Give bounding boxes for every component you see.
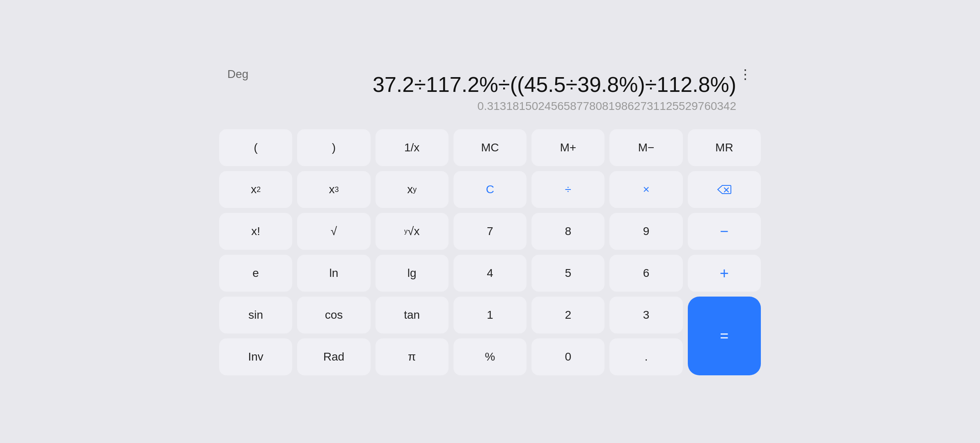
sin-button[interactable]: sin: [219, 297, 292, 333]
open-paren-button[interactable]: (: [219, 129, 292, 166]
cos-button[interactable]: cos: [297, 297, 370, 333]
subtract-button[interactable]: −: [688, 213, 761, 250]
six-button[interactable]: 6: [609, 255, 682, 292]
rad-button[interactable]: Rad: [297, 338, 370, 375]
seven-button[interactable]: 7: [453, 213, 527, 250]
factorial-button[interactable]: x!: [219, 213, 292, 250]
equals-button[interactable]: =: [688, 297, 761, 375]
lg-button[interactable]: lg: [376, 255, 449, 292]
three-button[interactable]: 3: [609, 297, 682, 333]
multiply-button[interactable]: ×: [609, 171, 682, 208]
x-power-y-button[interactable]: xy: [376, 171, 449, 208]
expression-display: 37.2÷117.2%÷((45.5÷39.8%)÷112.8%): [227, 72, 753, 97]
buttons-grid: ( ) 1/x MC M+ M− MR x2 x3 xy C ÷ × x! √ …: [219, 129, 761, 375]
sqrt-button[interactable]: √: [297, 213, 370, 250]
result-display: 0.31318150245658778081986273112552976034…: [227, 100, 753, 113]
mode-label: Deg: [227, 68, 248, 81]
x-cubed-button[interactable]: x3: [297, 171, 370, 208]
display-area: Deg ⋮ 37.2÷117.2%÷((45.5÷39.8%)÷112.8%) …: [219, 64, 761, 121]
reciprocal-button[interactable]: 1/x: [376, 129, 449, 166]
decimal-button[interactable]: .: [609, 338, 682, 375]
ln-button[interactable]: ln: [297, 255, 370, 292]
divide-button[interactable]: ÷: [531, 171, 604, 208]
pi-button[interactable]: π: [376, 338, 449, 375]
mminus-button[interactable]: M−: [609, 129, 682, 166]
two-button[interactable]: 2: [531, 297, 604, 333]
nine-button[interactable]: 9: [609, 213, 682, 250]
mc-button[interactable]: MC: [453, 129, 527, 166]
inv-button[interactable]: Inv: [219, 338, 292, 375]
calculator: Deg ⋮ 37.2÷117.2%÷((45.5÷39.8%)÷112.8%) …: [203, 51, 777, 392]
eight-button[interactable]: 8: [531, 213, 604, 250]
zero-button[interactable]: 0: [531, 338, 604, 375]
x-squared-button[interactable]: x2: [219, 171, 292, 208]
tan-button[interactable]: tan: [376, 297, 449, 333]
close-paren-button[interactable]: ): [297, 129, 370, 166]
add-button[interactable]: +: [688, 255, 761, 292]
one-button[interactable]: 1: [453, 297, 527, 333]
backspace-button[interactable]: [688, 171, 761, 208]
four-button[interactable]: 4: [453, 255, 527, 292]
percent-button[interactable]: %: [453, 338, 527, 375]
nth-root-button[interactable]: y√x: [376, 213, 449, 250]
euler-button[interactable]: e: [219, 255, 292, 292]
menu-button[interactable]: ⋮: [739, 68, 753, 81]
mplus-button[interactable]: M+: [531, 129, 604, 166]
clear-button[interactable]: C: [453, 171, 527, 208]
five-button[interactable]: 5: [531, 255, 604, 292]
mr-button[interactable]: MR: [688, 129, 761, 166]
